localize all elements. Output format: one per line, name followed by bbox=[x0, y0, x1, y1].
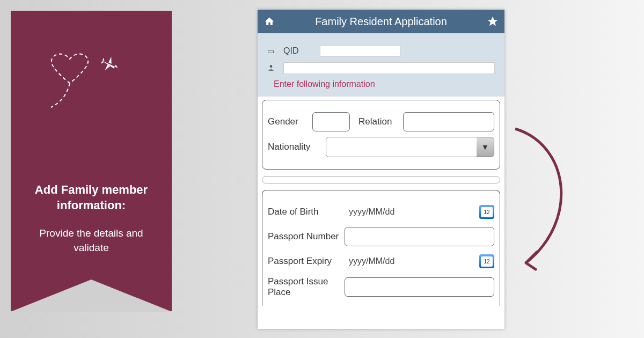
person-icon bbox=[267, 64, 278, 73]
home-icon[interactable] bbox=[263, 16, 276, 27]
identity-section: ▭ QID Enter following information bbox=[258, 33, 504, 97]
passport-number-label: Passport Number bbox=[268, 231, 340, 242]
instruction-text: Enter following information bbox=[274, 79, 495, 89]
passport-panel: Date of Birth yyyy/MM/dd 12 Passport Num… bbox=[262, 190, 500, 306]
app-title: Family Resident Application bbox=[276, 16, 486, 28]
info-banner: Add Family member information: Provide t… bbox=[11, 11, 172, 311]
passport-number-input[interactable] bbox=[345, 227, 494, 246]
app-screenshot: Family Resident Application ▭ QID Enter … bbox=[258, 10, 504, 329]
calendar-icon[interactable]: 12 bbox=[479, 254, 494, 268]
banner-title: Add Family member information: bbox=[27, 182, 156, 213]
qid-label: QID bbox=[283, 46, 298, 56]
name-input[interactable] bbox=[283, 62, 495, 74]
nationality-select[interactable]: ▼ bbox=[326, 137, 494, 157]
passport-issue-place-label: Passport Issue Place bbox=[268, 276, 340, 298]
pointing-arrow bbox=[504, 123, 590, 274]
gender-input[interactable] bbox=[312, 112, 350, 131]
gender-label: Gender bbox=[268, 116, 308, 127]
svg-point-0 bbox=[270, 65, 273, 68]
qid-input[interactable] bbox=[320, 45, 400, 57]
dob-input[interactable]: yyyy/MM/dd bbox=[345, 202, 472, 222]
relation-input[interactable] bbox=[403, 112, 494, 131]
star-icon[interactable] bbox=[486, 16, 499, 27]
passport-issue-place-input[interactable] bbox=[345, 277, 494, 297]
app-header: Family Resident Application bbox=[258, 10, 504, 33]
id-card-icon: ▭ bbox=[267, 47, 278, 55]
relation-label: Relation bbox=[358, 116, 399, 127]
personal-info-panel: Gender Relation Nationality ▼ bbox=[262, 100, 500, 170]
chevron-down-icon: ▼ bbox=[477, 137, 494, 157]
ribbon-tail bbox=[11, 280, 172, 312]
dob-label: Date of Birth bbox=[268, 207, 340, 217]
passport-expiry-input[interactable]: yyyy/MM/dd bbox=[345, 252, 472, 271]
nationality-label: Nationality bbox=[268, 142, 321, 152]
heart-plane-decoration bbox=[38, 43, 145, 113]
banner-subtitle: Provide the details and validate bbox=[27, 226, 156, 255]
progress-bar bbox=[262, 176, 500, 183]
calendar-icon[interactable]: 12 bbox=[479, 205, 494, 219]
passport-expiry-label: Passport Expiry bbox=[268, 256, 340, 267]
